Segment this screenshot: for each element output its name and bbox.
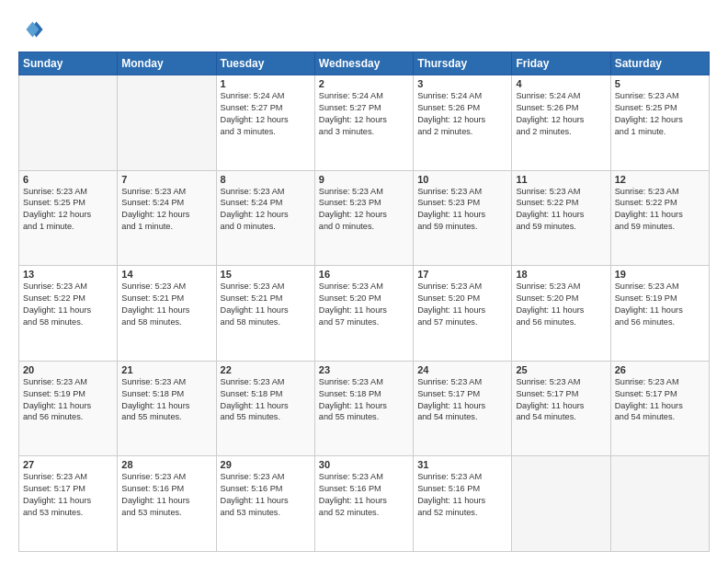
- calendar-cell: 28Sunrise: 5:23 AM Sunset: 5:16 PM Dayli…: [118, 456, 216, 552]
- day-number: 14: [121, 269, 211, 280]
- calendar-cell: 10Sunrise: 5:23 AM Sunset: 5:23 PM Dayli…: [414, 170, 512, 266]
- weekday-header-wednesday: Wednesday: [314, 52, 413, 75]
- calendar-cell: 11Sunrise: 5:23 AM Sunset: 5:22 PM Dayli…: [512, 170, 610, 266]
- calendar-cell: 2Sunrise: 5:24 AM Sunset: 5:27 PM Daylig…: [314, 75, 413, 171]
- weekday-header-friday: Friday: [512, 52, 610, 75]
- day-info: Sunrise: 5:23 AM Sunset: 5:22 PM Dayligh…: [23, 281, 113, 328]
- header: [18, 17, 710, 42]
- day-info: Sunrise: 5:24 AM Sunset: 5:26 PM Dayligh…: [516, 90, 606, 138]
- day-info: Sunrise: 5:23 AM Sunset: 5:23 PM Dayligh…: [319, 186, 409, 234]
- day-info: Sunrise: 5:23 AM Sunset: 5:21 PM Dayligh…: [121, 281, 211, 328]
- page: SundayMondayTuesdayWednesdayThursdayFrid…: [0, 0, 728, 563]
- day-info: Sunrise: 5:23 AM Sunset: 5:17 PM Dayligh…: [23, 471, 113, 519]
- day-number: 11: [516, 174, 606, 185]
- calendar-cell: 13Sunrise: 5:23 AM Sunset: 5:22 PM Dayli…: [19, 266, 118, 362]
- calendar-cell: 26Sunrise: 5:23 AM Sunset: 5:17 PM Dayli…: [610, 361, 709, 456]
- calendar-week-2: 6Sunrise: 5:23 AM Sunset: 5:25 PM Daylig…: [19, 170, 710, 266]
- day-info: Sunrise: 5:23 AM Sunset: 5:24 PM Dayligh…: [121, 186, 211, 234]
- day-number: 16: [319, 269, 409, 280]
- calendar-cell: 30Sunrise: 5:23 AM Sunset: 5:16 PM Dayli…: [314, 456, 413, 552]
- day-info: Sunrise: 5:23 AM Sunset: 5:16 PM Dayligh…: [121, 471, 211, 519]
- day-number: 30: [319, 459, 409, 470]
- day-info: Sunrise: 5:23 AM Sunset: 5:16 PM Dayligh…: [319, 471, 409, 519]
- day-number: 17: [417, 269, 507, 280]
- calendar-table: SundayMondayTuesdayWednesdayThursdayFrid…: [18, 52, 710, 552]
- weekday-header-tuesday: Tuesday: [216, 52, 314, 75]
- day-number: 27: [23, 459, 113, 470]
- calendar-cell: 12Sunrise: 5:23 AM Sunset: 5:22 PM Dayli…: [610, 170, 709, 266]
- calendar-week-1: 1Sunrise: 5:24 AM Sunset: 5:27 PM Daylig…: [19, 75, 710, 171]
- day-number: 29: [221, 459, 311, 470]
- day-info: Sunrise: 5:23 AM Sunset: 5:22 PM Dayligh…: [516, 186, 606, 234]
- calendar-cell: 6Sunrise: 5:23 AM Sunset: 5:25 PM Daylig…: [19, 170, 118, 266]
- day-number: 19: [615, 269, 705, 280]
- day-info: Sunrise: 5:23 AM Sunset: 5:17 PM Dayligh…: [516, 376, 606, 424]
- calendar-cell: 1Sunrise: 5:24 AM Sunset: 5:27 PM Daylig…: [216, 75, 314, 171]
- calendar-cell: 20Sunrise: 5:23 AM Sunset: 5:19 PM Dayli…: [19, 361, 118, 456]
- calendar-cell: 8Sunrise: 5:23 AM Sunset: 5:24 PM Daylig…: [216, 170, 314, 266]
- day-info: Sunrise: 5:23 AM Sunset: 5:17 PM Dayligh…: [615, 376, 705, 424]
- logo: [18, 17, 48, 42]
- day-info: Sunrise: 5:24 AM Sunset: 5:27 PM Dayligh…: [221, 90, 311, 138]
- day-info: Sunrise: 5:23 AM Sunset: 5:21 PM Dayligh…: [221, 281, 311, 328]
- day-number: 3: [417, 78, 507, 89]
- calendar-cell: [610, 456, 709, 552]
- day-info: Sunrise: 5:23 AM Sunset: 5:18 PM Dayligh…: [319, 376, 409, 424]
- calendar-cell: 17Sunrise: 5:23 AM Sunset: 5:20 PM Dayli…: [414, 266, 512, 362]
- day-number: 18: [516, 269, 606, 280]
- day-number: 26: [615, 364, 705, 375]
- day-number: 8: [221, 174, 311, 185]
- calendar-cell: 4Sunrise: 5:24 AM Sunset: 5:26 PM Daylig…: [512, 75, 610, 171]
- day-number: 31: [417, 459, 507, 470]
- day-info: Sunrise: 5:23 AM Sunset: 5:20 PM Dayligh…: [417, 281, 507, 328]
- day-info: Sunrise: 5:23 AM Sunset: 5:25 PM Dayligh…: [23, 186, 113, 234]
- day-info: Sunrise: 5:23 AM Sunset: 5:18 PM Dayligh…: [121, 376, 211, 424]
- weekday-header-thursday: Thursday: [414, 52, 512, 75]
- day-number: 12: [615, 174, 705, 185]
- calendar-cell: 9Sunrise: 5:23 AM Sunset: 5:23 PM Daylig…: [314, 170, 413, 266]
- calendar-cell: [19, 75, 118, 171]
- day-info: Sunrise: 5:23 AM Sunset: 5:20 PM Dayligh…: [319, 281, 409, 328]
- calendar-cell: 22Sunrise: 5:23 AM Sunset: 5:18 PM Dayli…: [216, 361, 314, 456]
- day-number: 13: [23, 269, 113, 280]
- logo-icon: [18, 17, 44, 42]
- calendar-cell: 24Sunrise: 5:23 AM Sunset: 5:17 PM Dayli…: [414, 361, 512, 456]
- day-number: 28: [121, 459, 211, 470]
- day-number: 4: [516, 78, 606, 89]
- weekday-header-sunday: Sunday: [19, 52, 118, 75]
- calendar-cell: 31Sunrise: 5:23 AM Sunset: 5:16 PM Dayli…: [414, 456, 512, 552]
- day-info: Sunrise: 5:23 AM Sunset: 5:23 PM Dayligh…: [417, 186, 507, 234]
- day-number: 7: [121, 174, 211, 185]
- day-number: 10: [417, 174, 507, 185]
- day-info: Sunrise: 5:23 AM Sunset: 5:25 PM Dayligh…: [615, 90, 705, 138]
- calendar-cell: 25Sunrise: 5:23 AM Sunset: 5:17 PM Dayli…: [512, 361, 610, 456]
- day-info: Sunrise: 5:23 AM Sunset: 5:19 PM Dayligh…: [23, 376, 113, 424]
- weekday-header-monday: Monday: [118, 52, 216, 75]
- calendar-cell: 18Sunrise: 5:23 AM Sunset: 5:20 PM Dayli…: [512, 266, 610, 362]
- day-number: 15: [221, 269, 311, 280]
- day-number: 5: [615, 78, 705, 89]
- calendar-cell: 5Sunrise: 5:23 AM Sunset: 5:25 PM Daylig…: [610, 75, 709, 171]
- day-info: Sunrise: 5:23 AM Sunset: 5:24 PM Dayligh…: [221, 186, 311, 234]
- day-number: 25: [516, 364, 606, 375]
- day-info: Sunrise: 5:23 AM Sunset: 5:17 PM Dayligh…: [417, 376, 507, 424]
- day-number: 23: [319, 364, 409, 375]
- calendar-cell: 27Sunrise: 5:23 AM Sunset: 5:17 PM Dayli…: [19, 456, 118, 552]
- day-info: Sunrise: 5:24 AM Sunset: 5:26 PM Dayligh…: [417, 90, 507, 138]
- calendar-cell: [512, 456, 610, 552]
- calendar-cell: 29Sunrise: 5:23 AM Sunset: 5:16 PM Dayli…: [216, 456, 314, 552]
- day-info: Sunrise: 5:23 AM Sunset: 5:22 PM Dayligh…: [615, 186, 705, 234]
- weekday-header-saturday: Saturday: [610, 52, 709, 75]
- calendar-cell: 16Sunrise: 5:23 AM Sunset: 5:20 PM Dayli…: [314, 266, 413, 362]
- day-number: 20: [23, 364, 113, 375]
- day-info: Sunrise: 5:23 AM Sunset: 5:16 PM Dayligh…: [221, 471, 311, 519]
- calendar-cell: 19Sunrise: 5:23 AM Sunset: 5:19 PM Dayli…: [610, 266, 709, 362]
- calendar-cell: 15Sunrise: 5:23 AM Sunset: 5:21 PM Dayli…: [216, 266, 314, 362]
- day-info: Sunrise: 5:23 AM Sunset: 5:19 PM Dayligh…: [615, 281, 705, 328]
- calendar-header-row: SundayMondayTuesdayWednesdayThursdayFrid…: [19, 52, 710, 75]
- day-number: 21: [121, 364, 211, 375]
- day-info: Sunrise: 5:23 AM Sunset: 5:18 PM Dayligh…: [221, 376, 311, 424]
- day-number: 1: [221, 78, 311, 89]
- day-info: Sunrise: 5:24 AM Sunset: 5:27 PM Dayligh…: [319, 90, 409, 138]
- calendar-cell: 23Sunrise: 5:23 AM Sunset: 5:18 PM Dayli…: [314, 361, 413, 456]
